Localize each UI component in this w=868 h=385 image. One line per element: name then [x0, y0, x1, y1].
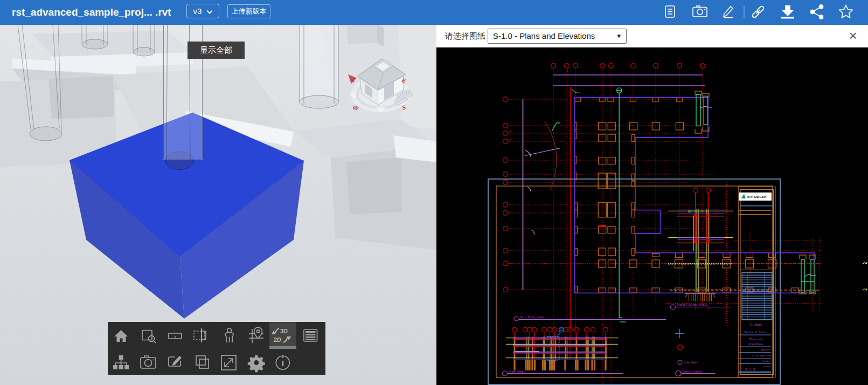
svg-text:S1 - Story Level: S1 - Story Level: [520, 316, 544, 319]
svg-text:Elevations: Elevations: [748, 342, 763, 345]
svg-text:2D: 2D: [274, 336, 281, 343]
svg-text:Symbol Legend: Symbol Legend: [682, 370, 701, 373]
svg-text:Description: Description: [748, 273, 762, 276]
svg-text:Technical School: Technical School: [744, 331, 768, 333]
svg-text:View Name: View Name: [684, 361, 697, 364]
svg-text:Grade Beams: Grade Beams: [509, 370, 525, 373]
svg-text:AUTODESK: AUTODESK: [747, 195, 767, 198]
svg-text:Author: Author: [763, 365, 772, 367]
svg-text:P. NN N: P. NN N: [762, 374, 771, 376]
svg-text:Plans and: Plans and: [749, 338, 763, 340]
svg-text:No.: No.: [743, 273, 747, 276]
svg-text:Date: Date: [766, 273, 771, 276]
svg-text:3D: 3D: [280, 328, 288, 334]
svg-text:Typical Column Detail: Typical Column Detail: [677, 304, 707, 306]
svg-text:W. Designer NNN: W. Designer NNN: [752, 355, 772, 357]
svg-text:Checker: Checker: [762, 360, 771, 362]
svg-text:S-1.0: S-1.0: [745, 367, 755, 371]
svg-text:J. Smith: J. Smith: [750, 323, 762, 326]
svg-text:Approver: Approver: [761, 348, 772, 350]
